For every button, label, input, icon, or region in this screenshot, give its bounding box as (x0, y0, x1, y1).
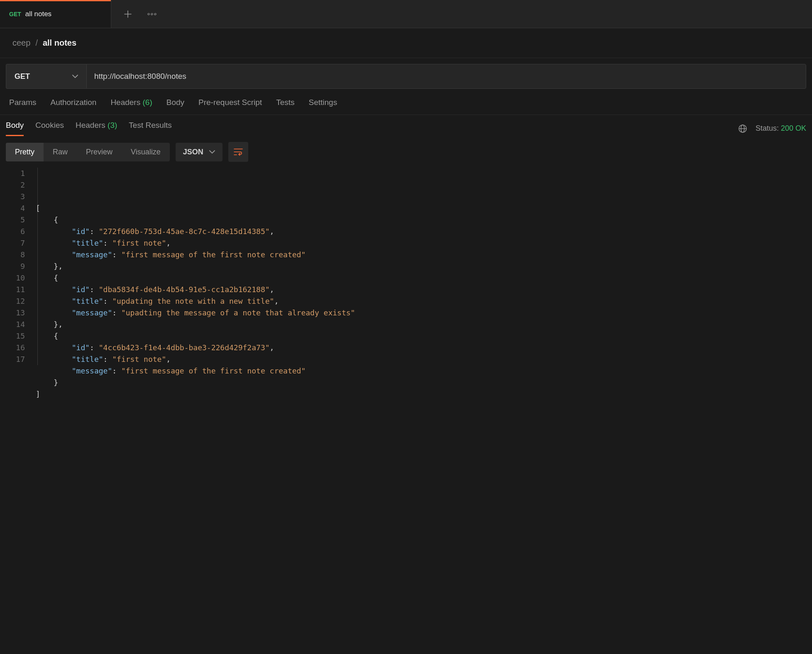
view-mode-visualize[interactable]: Visualize (122, 143, 170, 161)
tab-headers-label: Headers (110, 98, 140, 107)
code-line: ] (32, 388, 812, 400)
response-tabs: Body Cookies Headers (3) Test Results (6, 121, 172, 136)
response-status: Status: 200 OK (738, 124, 806, 133)
code-area[interactable]: [ { "id": "272f660b-753d-45ae-8c7c-428e1… (32, 168, 812, 400)
format-dropdown-value: JSON (183, 148, 203, 156)
code-line: "title": "first note", (32, 354, 812, 365)
svg-point-2 (154, 13, 156, 15)
tab-body[interactable]: Body (166, 98, 184, 107)
code-line: "id": "272f660b-753d-45ae-8c7c-428e15d14… (32, 226, 812, 237)
tab-headers-count: (6) (142, 98, 152, 107)
tab-bar-actions (111, 0, 157, 28)
view-mode-raw[interactable]: Raw (44, 143, 77, 161)
code-line: "id": "dba5834f-de4b-4b54-91e5-cc1a2b162… (32, 284, 812, 295)
tab-headers[interactable]: Headers (6) (110, 98, 152, 107)
code-line: { (32, 272, 812, 284)
wrap-icon (234, 148, 243, 156)
res-tab-headers[interactable]: Headers (3) (76, 121, 117, 136)
tab-tests[interactable]: Tests (276, 98, 294, 107)
code-line: "id": "4cc6b423-f1e4-4dbb-bae3-226d429f2… (32, 342, 812, 354)
svg-point-1 (151, 13, 153, 15)
chevron-down-icon (72, 74, 78, 78)
response-body-editor[interactable]: 1234567891011121314151617 [ { "id": "272… (0, 164, 812, 408)
view-mode-preview[interactable]: Preview (77, 143, 122, 161)
view-mode-row: Pretty Raw Preview Visualize JSON (0, 136, 812, 164)
response-bar: Body Cookies Headers (3) Test Results St… (0, 115, 812, 136)
globe-icon[interactable] (738, 124, 747, 133)
more-icon[interactable] (147, 9, 157, 19)
res-tab-body[interactable]: Body (6, 121, 24, 136)
code-line: "title": "first note", (32, 237, 812, 249)
tab-authorization[interactable]: Authorization (50, 98, 96, 107)
tab-params[interactable]: Params (9, 98, 36, 107)
res-tab-test-results[interactable]: Test Results (129, 121, 171, 136)
code-line: { (32, 330, 812, 342)
tab-title: all notes (25, 10, 51, 18)
url-row: GET (0, 58, 812, 89)
res-tab-cookies[interactable]: Cookies (35, 121, 64, 136)
res-tab-headers-label: Headers (76, 121, 105, 129)
code-line: "message": "first message of the first n… (32, 249, 812, 261)
chevron-down-icon (209, 150, 215, 154)
breadcrumb: ceep / all notes (0, 28, 812, 58)
breadcrumb-separator: / (35, 38, 38, 48)
line-gutter: 1234567891011121314151617 (0, 168, 32, 400)
format-dropdown[interactable]: JSON (176, 143, 223, 161)
http-method-value: GET (15, 72, 30, 81)
url-input[interactable] (86, 64, 806, 89)
code-line: "title": "updating the note with a new t… (32, 295, 812, 307)
status-label: Status: (756, 124, 779, 132)
status-value: 200 OK (781, 124, 806, 132)
res-tab-headers-count: (3) (108, 121, 117, 129)
code-line: "message": "first message of the first n… (32, 365, 812, 377)
tab-method-badge: GET (9, 11, 21, 17)
view-mode-group: Pretty Raw Preview Visualize (6, 143, 170, 161)
code-line: [ (32, 203, 812, 214)
code-line: "message": "upadting the message of a no… (32, 307, 812, 319)
view-mode-pretty[interactable]: Pretty (6, 143, 44, 161)
code-line: }, (32, 319, 812, 330)
code-line: { (32, 214, 812, 226)
code-line: }, (32, 261, 812, 272)
tab-settings[interactable]: Settings (309, 98, 338, 107)
tab-prerequest[interactable]: Pre-request Script (198, 98, 262, 107)
svg-point-0 (148, 13, 149, 15)
breadcrumb-request: all notes (43, 38, 76, 48)
request-config-tabs: Params Authorization Headers (6) Body Pr… (0, 89, 812, 115)
request-tab[interactable]: GET all notes (0, 0, 111, 28)
http-method-select[interactable]: GET (6, 64, 86, 89)
plus-icon[interactable] (123, 9, 133, 19)
code-line: } (32, 377, 812, 388)
tab-bar: GET all notes (0, 0, 812, 28)
breadcrumb-collection[interactable]: ceep (12, 38, 30, 48)
wrap-lines-button[interactable] (228, 142, 248, 162)
